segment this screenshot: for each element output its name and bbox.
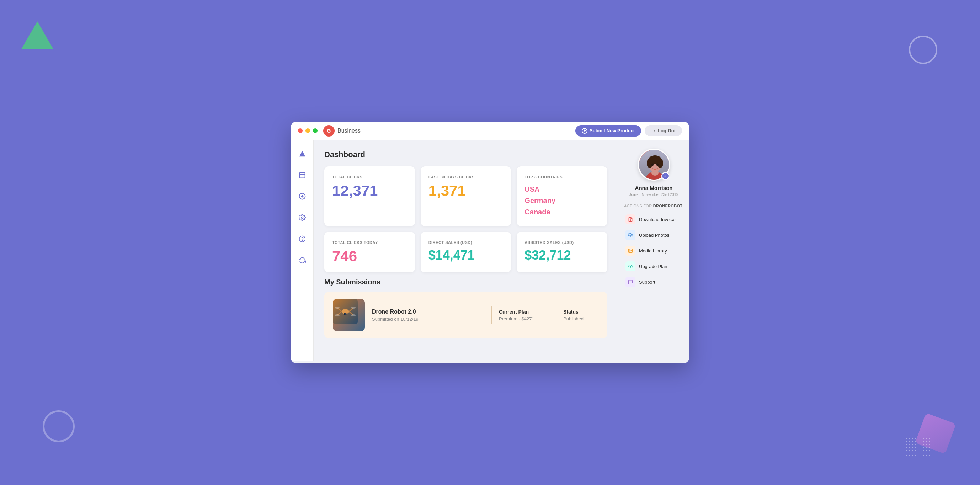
avatar-add-button[interactable]: + (662, 172, 669, 180)
svg-point-30 (657, 158, 663, 168)
bg-dots (905, 432, 930, 456)
status-badge: Published (563, 316, 599, 321)
submission-divider-1 (492, 306, 492, 324)
sidebar-item-add[interactable] (296, 190, 309, 203)
upgrade-plan-label: Upgrade Plan (639, 264, 667, 269)
sidebar-item-sync[interactable] (296, 254, 309, 267)
sidebar (291, 140, 313, 361)
upgrade-plan-icon (625, 261, 635, 271)
download-invoice-label: Download Invoice (639, 217, 676, 222)
status-label: Status (563, 309, 599, 315)
maximize-button[interactable] (313, 128, 318, 133)
svg-point-32 (656, 164, 659, 166)
svg-point-19 (335, 314, 340, 316)
bg-circle-bottom-left (43, 410, 75, 442)
upload-photos-label: Upload Photos (639, 232, 669, 238)
media-library-label: Media Library (639, 248, 667, 253)
total-clicks-card: TOTAL CLICKS 12,371 (324, 166, 415, 226)
logo-area: G Business (323, 125, 361, 137)
actions-label: ACTIONS FOR DRONEROBOT (624, 204, 682, 208)
svg-point-17 (335, 307, 340, 308)
top-countries-card: TOP 3 COUNTRIES USA Germany Canada (517, 166, 607, 226)
content-area: Dashboard TOTAL CLICKS 12,371 LAST 30 DA… (313, 140, 618, 361)
submit-new-product-button[interactable]: + Submit New Product (575, 125, 641, 137)
logout-button-label: Log Out (658, 128, 676, 134)
svg-point-18 (351, 307, 356, 308)
submit-button-label: Submit New Product (590, 128, 635, 134)
sidebar-item-dashboard[interactable] (296, 147, 309, 160)
action-media-library[interactable]: Media Library (624, 243, 683, 259)
submission-plan: Current Plan Premium - $4271 (499, 309, 549, 321)
main-layout: Dashboard TOTAL CLICKS 12,371 LAST 30 DA… (291, 140, 689, 361)
last30-clicks-card: LAST 30 DAYS CLICKS 1,371 (421, 166, 511, 226)
bg-circle-top-right (909, 35, 937, 64)
submission-image (333, 299, 365, 331)
support-label: Support (639, 280, 655, 285)
download-invoice-icon (625, 215, 635, 224)
top-countries-values: USA Germany Canada (525, 183, 600, 218)
media-library-icon (625, 246, 635, 256)
logo-icon: G (323, 125, 335, 137)
action-upload-photos[interactable]: Upload Photos (624, 227, 683, 243)
clicks-today-label: TOTAL CLICKS TODAY (332, 240, 407, 245)
assisted-sales-card: ASSISTED SALES (USD) $32,712 (517, 232, 607, 272)
assisted-sales-label: ASSISTED SALES (USD) (525, 240, 600, 245)
sidebar-item-help[interactable] (296, 232, 309, 245)
assisted-sales-value: $32,712 (525, 249, 600, 262)
action-upgrade-plan[interactable]: Upgrade Plan (624, 259, 683, 274)
stats-grid-row2: TOTAL CLICKS TODAY 746 DIRECT SALES (USD… (324, 232, 607, 272)
last30-clicks-value: 1,371 (428, 183, 504, 199)
direct-sales-card: DIRECT SALES (USD) $14,471 (421, 232, 511, 272)
total-clicks-label: TOTAL CLICKS (332, 175, 407, 179)
svg-point-31 (651, 164, 654, 166)
submissions-title: My Submissions (324, 278, 607, 286)
svg-point-29 (647, 158, 652, 168)
main-window: G Business + Submit New Product → Log Ou… (291, 122, 689, 363)
stats-grid-row1: TOTAL CLICKS 12,371 LAST 30 DAYS CLICKS … (324, 166, 607, 226)
bg-rect-purple (915, 413, 956, 454)
svg-point-8 (301, 217, 303, 219)
user-name: Anna Morrison (635, 185, 673, 191)
top-countries-label: TOP 3 COUNTRIES (525, 175, 600, 179)
logout-arrow-icon: → (651, 128, 656, 134)
svg-point-36 (629, 250, 630, 250)
direct-sales-label: DIRECT SALES (USD) (428, 240, 504, 245)
submission-date: Submitted on 18/12/19 (372, 316, 484, 322)
plan-label: Current Plan (499, 309, 549, 315)
action-download-invoice[interactable]: Download Invoice (624, 211, 683, 227)
country-3: Canada (525, 206, 600, 218)
submission-status: Status Published (563, 309, 599, 321)
submission-info: Drone Robot 2.0 Submitted on 18/12/19 (372, 308, 484, 322)
plus-icon: + (582, 128, 587, 134)
window-controls (298, 128, 318, 133)
support-icon (625, 277, 635, 287)
user-joined: Joined November 23rd 2019 (629, 192, 678, 197)
titlebar: G Business + Submit New Product → Log Ou… (291, 122, 689, 140)
plan-value: Premium - $4271 (499, 316, 549, 321)
total-clicks-value: 12,371 (332, 183, 407, 199)
drone-icon (333, 299, 358, 324)
sidebar-item-calendar[interactable] (296, 169, 309, 181)
svg-point-20 (351, 314, 356, 316)
clicks-today-value: 746 (332, 249, 407, 264)
close-button[interactable] (298, 128, 302, 133)
logout-button[interactable]: → Log Out (645, 125, 682, 136)
avatar-container: + (638, 149, 670, 181)
submission-name: Drone Robot 2.0 (372, 308, 484, 315)
logo-text: Business (337, 128, 361, 134)
svg-point-22 (345, 313, 346, 315)
submission-divider-2 (556, 306, 556, 324)
submission-card: Drone Robot 2.0 Submitted on 18/12/19 Cu… (324, 292, 607, 338)
last30-clicks-label: LAST 30 DAYS CLICKS (428, 175, 504, 179)
country-2: Germany (525, 195, 600, 206)
right-panel: + Anna Morrison Joined November 23rd 201… (618, 140, 689, 361)
upload-photos-icon (625, 230, 635, 240)
svg-point-23 (345, 313, 345, 314)
clicks-today-card: TOTAL CLICKS TODAY 746 (324, 232, 415, 272)
action-support[interactable]: Support (624, 274, 683, 290)
titlebar-actions: + Submit New Product → Log Out (575, 125, 682, 137)
direct-sales-value: $14,471 (428, 249, 504, 262)
sidebar-item-settings[interactable] (296, 211, 309, 224)
minimize-button[interactable] (305, 128, 310, 133)
bg-triangle (21, 21, 53, 49)
